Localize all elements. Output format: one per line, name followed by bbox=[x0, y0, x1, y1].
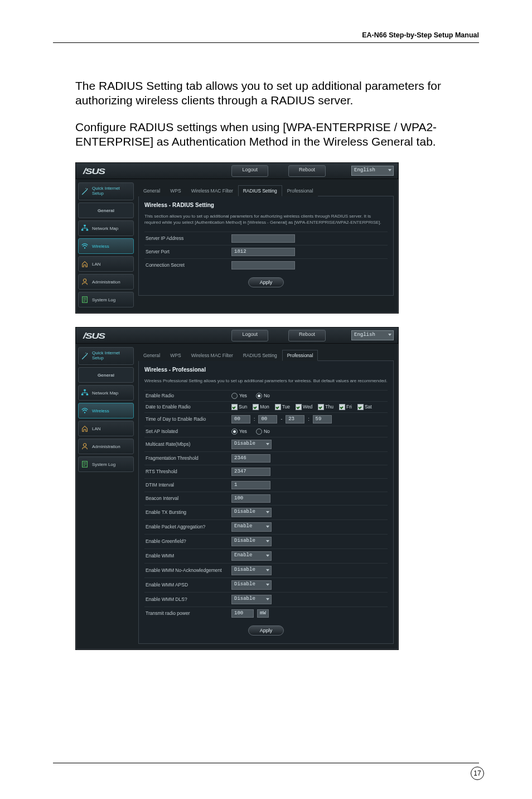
tab-general[interactable]: General bbox=[138, 185, 165, 196]
chk-wed[interactable]: Wed bbox=[296, 404, 312, 410]
input-time-start-h[interactable]: 00 bbox=[231, 415, 250, 423]
sidebar-item-label: Administration bbox=[92, 444, 120, 449]
time-dash: - bbox=[280, 416, 282, 422]
language-select[interactable]: English bbox=[351, 330, 394, 340]
log-icon bbox=[81, 460, 89, 468]
tab-wps[interactable]: WPS bbox=[165, 350, 186, 361]
input-tx-power[interactable]: 100 bbox=[231, 609, 254, 618]
sidebar-general-header: General bbox=[78, 367, 134, 383]
chk-mon[interactable]: Mon bbox=[253, 404, 269, 410]
sidebar-item-system-log[interactable]: System Log bbox=[78, 456, 134, 472]
tab-mac-filter[interactable]: Wireless MAC Filter bbox=[186, 350, 238, 361]
sidebar-item-label: Quick Internet Setup bbox=[92, 186, 131, 196]
language-select[interactable]: English bbox=[351, 166, 394, 176]
radio-ap-isolated-no[interactable]: No bbox=[256, 429, 270, 435]
sidebar-item-network-map[interactable]: Network Map bbox=[78, 385, 134, 401]
svg-rect-11 bbox=[81, 394, 84, 396]
network-icon bbox=[81, 389, 89, 397]
wand-icon bbox=[81, 187, 89, 195]
radio-enable-radio-no[interactable]: No bbox=[256, 393, 270, 399]
sidebar-item-label: Wireless bbox=[92, 408, 109, 413]
wand-icon bbox=[81, 352, 89, 360]
label-ap-isolated: Set AP Isolated bbox=[144, 429, 231, 434]
input-server-ip[interactable] bbox=[231, 234, 295, 243]
svg-point-5 bbox=[84, 247, 85, 248]
admin-icon bbox=[81, 442, 89, 450]
sidebar-item-label: Network Map bbox=[92, 391, 118, 396]
chk-thu[interactable]: Thu bbox=[318, 404, 333, 410]
reboot-button[interactable]: Reboot bbox=[288, 330, 326, 341]
input-time-end-h[interactable]: 23 bbox=[286, 415, 304, 423]
tab-radius[interactable]: RADIUS Setting bbox=[238, 350, 282, 361]
label-connection-secret: Connection Secret bbox=[144, 262, 231, 268]
sidebar-qis[interactable]: Quick Internet Setup bbox=[78, 347, 134, 365]
select-multicast[interactable]: Disable bbox=[231, 440, 272, 449]
input-time-start-m[interactable]: 00 bbox=[258, 415, 277, 423]
chk-sat[interactable]: Sat bbox=[357, 404, 372, 410]
select-greenfield[interactable]: Disable bbox=[231, 537, 272, 546]
sidebar-item-label: Wireless bbox=[92, 244, 109, 249]
sidebar-item-label: System Log bbox=[92, 297, 115, 302]
sidebar-item-label: LAN bbox=[92, 426, 101, 431]
log-icon bbox=[81, 296, 89, 304]
sidebar-item-administration[interactable]: Administration bbox=[78, 439, 134, 454]
input-time-end-m[interactable]: 59 bbox=[313, 415, 332, 423]
label-wmm-apsd: Enable WMM APSD bbox=[144, 582, 231, 588]
brand-logo: /SUS bbox=[80, 331, 105, 340]
svg-point-0 bbox=[87, 189, 88, 190]
radio-ap-isolated-yes[interactable]: Yes bbox=[231, 429, 247, 435]
tab-mac-filter[interactable]: Wireless MAC Filter bbox=[186, 185, 238, 196]
sidebar-item-lan[interactable]: LAN bbox=[78, 256, 134, 272]
select-pkt-aggr[interactable]: Enable bbox=[231, 522, 272, 532]
label-multicast: Multicast Rate(Mbps) bbox=[144, 441, 231, 447]
input-beacon[interactable]: 100 bbox=[231, 494, 270, 503]
label-frag: Fragmentation Threshold bbox=[144, 455, 231, 461]
tab-radius[interactable]: RADIUS Setting bbox=[238, 185, 282, 196]
select-wmm[interactable]: Enable bbox=[231, 551, 272, 561]
router-screenshot-radius: /SUS Logout Reboot English Quick Interne… bbox=[75, 162, 399, 314]
svg-rect-3 bbox=[81, 229, 84, 231]
label-txburst: Enable TX Bursting bbox=[144, 509, 231, 515]
tab-wps[interactable]: WPS bbox=[165, 185, 186, 196]
input-frag[interactable]: 2346 bbox=[231, 454, 270, 463]
sidebar-item-label: Quick Internet Setup bbox=[92, 351, 131, 361]
tab-professional[interactable]: Professional bbox=[282, 350, 318, 361]
select-wmm-apsd[interactable]: Disable bbox=[231, 580, 272, 590]
network-icon bbox=[81, 224, 89, 232]
logout-button[interactable]: Logout bbox=[231, 165, 268, 177]
select-txburst[interactable]: Disable bbox=[231, 508, 272, 517]
label-pkt-aggr: Enable Packet Aggregation? bbox=[144, 524, 231, 530]
chk-fri[interactable]: Fri bbox=[339, 404, 352, 410]
chk-tue[interactable]: Tue bbox=[275, 404, 290, 410]
input-rts[interactable]: 2347 bbox=[231, 468, 270, 476]
radio-enable-radio-yes[interactable]: Yes bbox=[231, 393, 247, 399]
label-server-ip: Server IP Address bbox=[144, 235, 231, 241]
sidebar-item-wireless[interactable]: Wireless bbox=[78, 238, 134, 254]
sidebar-general-header: General bbox=[78, 203, 134, 218]
input-connection-secret[interactable] bbox=[231, 261, 295, 269]
tab-general[interactable]: General bbox=[138, 350, 165, 361]
tab-professional[interactable]: Professional bbox=[282, 185, 318, 196]
input-server-port[interactable]: 1812 bbox=[231, 248, 295, 256]
select-wmm-noack[interactable]: Disable bbox=[231, 566, 272, 575]
sidebar-item-lan[interactable]: LAN bbox=[78, 421, 134, 436]
reboot-button[interactable]: Reboot bbox=[288, 165, 326, 177]
apply-button[interactable]: Apply bbox=[248, 277, 284, 287]
sidebar-item-label: System Log bbox=[92, 462, 115, 467]
sidebar-item-wireless[interactable]: Wireless bbox=[78, 403, 134, 418]
logout-button[interactable]: Logout bbox=[231, 330, 268, 341]
label-greenfield: Enable Greenfield? bbox=[144, 538, 231, 544]
sidebar-item-administration[interactable]: Administration bbox=[78, 274, 134, 290]
sidebar-qis[interactable]: Quick Internet Setup bbox=[78, 182, 134, 200]
select-wmm-dls[interactable]: Disable bbox=[231, 595, 272, 604]
input-dtim[interactable]: 1 bbox=[231, 481, 270, 489]
svg-point-9 bbox=[85, 353, 86, 353]
svg-rect-2 bbox=[84, 225, 86, 227]
sidebar-item-system-log[interactable]: System Log bbox=[78, 292, 134, 307]
wireless-icon bbox=[81, 407, 89, 415]
apply-button[interactable]: Apply bbox=[248, 625, 284, 636]
chk-sun[interactable]: Sun bbox=[231, 404, 247, 410]
svg-point-8 bbox=[87, 353, 88, 354]
label-server-port: Server Port bbox=[144, 249, 231, 254]
sidebar-item-network-map[interactable]: Network Map bbox=[78, 220, 134, 236]
